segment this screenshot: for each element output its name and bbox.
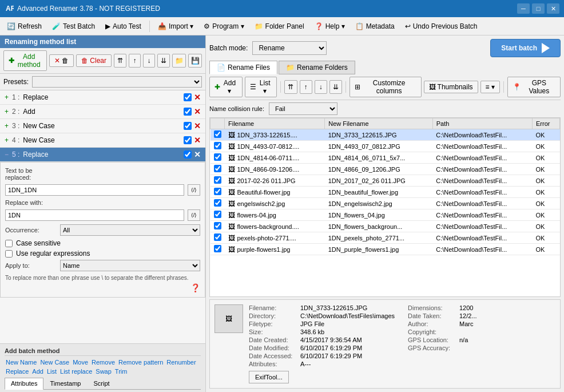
- method-3-delete[interactable]: ✕: [194, 121, 201, 130]
- batch-mode-select[interactable]: Rename Copy Move: [252, 41, 327, 55]
- method-item-4[interactable]: + 4 : New Case ✕: [0, 133, 205, 148]
- case-sensitive-checkbox[interactable]: [5, 240, 13, 247]
- sort-bottom-button[interactable]: ⇊: [329, 80, 342, 94]
- row-check[interactable]: [210, 152, 225, 164]
- add-add[interactable]: Add: [31, 367, 45, 375]
- thumbnails-button[interactable]: 🖼 Thumbnails: [424, 81, 478, 93]
- row-check[interactable]: [210, 221, 225, 232]
- sort-top-button[interactable]: ⇈: [284, 80, 297, 94]
- sort-down-button[interactable]: ↓: [315, 80, 327, 94]
- method-item-3[interactable]: + 3 : New Case ✕: [0, 119, 205, 133]
- method-4-delete[interactable]: ✕: [194, 136, 201, 145]
- row-check[interactable]: [210, 141, 225, 152]
- folder-button[interactable]: 📁: [172, 54, 186, 68]
- move-top-button[interactable]: ⇈: [114, 54, 126, 68]
- add-files-button[interactable]: ✚ Add ▾: [209, 77, 243, 97]
- method-2-delete[interactable]: ✕: [194, 107, 201, 116]
- replace-with-input[interactable]: [5, 209, 184, 221]
- table-row[interactable]: 🖼1DN_4866-09-1206.... 1DN_4866_09_1206.J…: [210, 164, 560, 175]
- gps-values-button[interactable]: 📍 GPS Values: [507, 77, 561, 97]
- method-5-checkbox[interactable]: [184, 151, 192, 159]
- add-swap[interactable]: Swap: [94, 367, 113, 375]
- col-path[interactable]: Path: [432, 118, 532, 129]
- tab-rename-files[interactable]: 📄 Rename Files: [209, 61, 277, 74]
- method-1-checkbox[interactable]: [184, 93, 192, 101]
- list-button[interactable]: ☰ List ▾: [245, 77, 277, 97]
- table-row[interactable]: 🖼flowers-04.jpg 1DN_flowers_04.jpg C:\Ne…: [210, 209, 560, 221]
- row-check[interactable]: [210, 198, 225, 209]
- table-row[interactable]: 🖼pexels-photo-2771.... 1DN_pexels_photo_…: [210, 232, 560, 244]
- window-controls[interactable]: ─ □ ✕: [517, 3, 559, 14]
- presets-select[interactable]: [32, 76, 202, 88]
- use-regex-checkbox[interactable]: [5, 250, 13, 258]
- apply-to-select[interactable]: Name: [60, 260, 200, 271]
- tab-timestamp[interactable]: Timestamp: [43, 378, 87, 389]
- method-item-2[interactable]: + 2 : Add ✕: [0, 105, 205, 119]
- occurrence-select[interactable]: All: [60, 224, 200, 236]
- collision-select[interactable]: Fail Skip Append number: [269, 102, 337, 115]
- col-error[interactable]: Error: [533, 118, 560, 129]
- sort-up-button[interactable]: ↑: [300, 80, 312, 94]
- col-filename[interactable]: Filename: [225, 118, 325, 129]
- add-new-name[interactable]: New Name: [5, 358, 38, 366]
- method-5-delete[interactable]: ✕: [194, 150, 201, 159]
- row-check[interactable]: [210, 164, 225, 175]
- method-item-5[interactable]: − 5 : Replace ✕: [0, 148, 205, 162]
- customize-columns-button[interactable]: ⊞ Customize columns: [349, 77, 422, 97]
- add-remove-pattern[interactable]: Remove pattern: [117, 358, 164, 366]
- method-2-checkbox[interactable]: [184, 108, 192, 116]
- table-row[interactable]: 🖼1DN_4493-07-0812.... 1DN_4493_07_0812.J…: [210, 141, 560, 152]
- menu-button[interactable]: ≡ ▾: [480, 81, 500, 93]
- col-new-filename[interactable]: New Filename: [325, 118, 432, 129]
- method-1-delete[interactable]: ✕: [194, 93, 201, 102]
- table-row[interactable]: 🖼purple-flowers1.jpg 1DN_purple_flowers1…: [210, 244, 560, 255]
- method-item-1[interactable]: + 1 : Replace ✕: [0, 90, 205, 105]
- maximize-button[interactable]: □: [532, 3, 545, 14]
- table-row[interactable]: 🖼1DN_3733-122615.... 1DN_3733_122615.JPG…: [210, 129, 560, 141]
- save-button[interactable]: 💾: [188, 54, 202, 68]
- import-menu-item[interactable]: 📥 Import ▾: [153, 20, 198, 33]
- exif-tool-button[interactable]: ExifTool...: [249, 371, 289, 383]
- add-remove[interactable]: Remove: [90, 358, 116, 366]
- add-method-button[interactable]: ✚ Add method: [3, 50, 47, 71]
- metadata-menu-item[interactable]: 📋 Metadata: [351, 20, 399, 33]
- close-button[interactable]: ✕: [547, 3, 559, 14]
- add-replace[interactable]: Replace: [5, 367, 30, 375]
- start-batch-button[interactable]: Start batch: [490, 39, 561, 57]
- test-batch-menu-item[interactable]: 🧪 Test Batch: [47, 20, 100, 33]
- row-check[interactable]: [210, 187, 225, 198]
- delete-method-button[interactable]: ✕ 🗑: [49, 54, 74, 67]
- method-4-checkbox[interactable]: [184, 136, 192, 144]
- add-list[interactable]: List: [46, 367, 58, 375]
- table-row[interactable]: 🖼engelswisch2.jpg 1DN_engelswisch2.jpg C…: [210, 198, 560, 209]
- file-table-container[interactable]: Filename New Filename Path Error 🖼1DN_37…: [209, 117, 561, 297]
- table-row[interactable]: 🖼flowers-background.... 1DN_flowers_back…: [210, 221, 560, 232]
- row-check[interactable]: [210, 244, 225, 255]
- add-trim[interactable]: Trim: [114, 367, 129, 375]
- method-3-checkbox[interactable]: [184, 122, 192, 130]
- help-menu-item[interactable]: ❓ Help ▾: [310, 20, 349, 33]
- table-row[interactable]: 🖼1DN_4814-06-0711.... 1DN_4814_06_0711_5…: [210, 152, 560, 164]
- add-list-replace[interactable]: List replace: [59, 367, 93, 375]
- table-row[interactable]: 🖼2017-02-26 011.JPG 1DN_2017_02_26 011.J…: [210, 175, 560, 187]
- tab-attributes[interactable]: Attributes: [5, 378, 43, 390]
- add-new-case[interactable]: New Case: [39, 358, 70, 366]
- auto-test-menu-item[interactable]: ▶ Auto Test: [101, 20, 146, 33]
- move-down-button[interactable]: ↓: [143, 54, 155, 68]
- row-check[interactable]: [210, 232, 225, 244]
- tab-rename-folders[interactable]: 📁 Rename Folders: [279, 61, 355, 74]
- row-check[interactable]: [210, 129, 225, 141]
- add-move[interactable]: Move: [72, 358, 89, 366]
- tab-script[interactable]: Script: [87, 378, 116, 389]
- move-bottom-button[interactable]: ⇊: [157, 54, 170, 68]
- row-check[interactable]: [210, 209, 225, 221]
- replace-code-btn[interactable]: ⟨/⟩: [188, 209, 200, 221]
- table-row[interactable]: 🖼Beautiful-flower.jpg 1DN_beautiful_flow…: [210, 187, 560, 198]
- refresh-menu-item[interactable]: 🔄 Refresh: [2, 20, 46, 33]
- program-menu-item[interactable]: ⚙ Program ▾: [199, 20, 248, 33]
- clear-button[interactable]: 🗑 Clear: [76, 54, 112, 67]
- add-renumber[interactable]: Renumber: [165, 358, 197, 366]
- folder-panel-menu-item[interactable]: 📁 Folder Panel: [250, 20, 309, 33]
- text-replace-code-btn[interactable]: ⟨/⟩: [188, 184, 200, 196]
- minimize-button[interactable]: ─: [517, 3, 530, 14]
